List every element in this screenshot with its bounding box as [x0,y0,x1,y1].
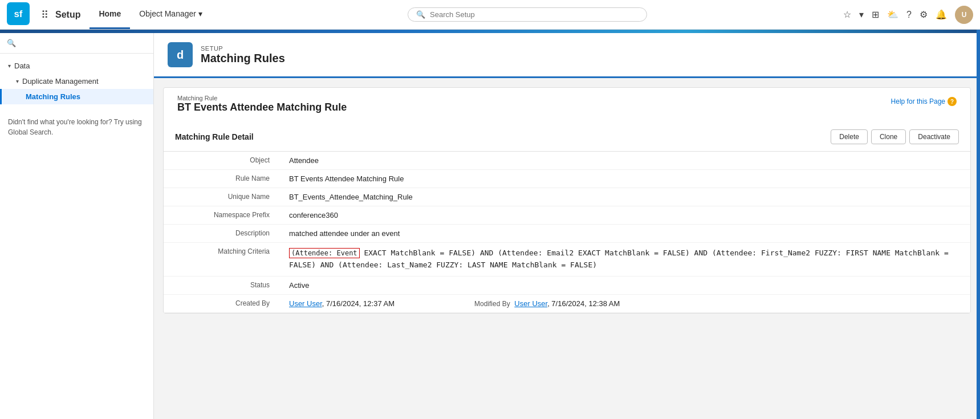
setup-label-small: SETUP [201,45,285,52]
sidebar-item-duplicate-management[interactable]: ▾ Duplicate Management [0,74,153,89]
top-nav-icons: ☆ ▾ ⊞ ⛅ ? ⚙ 🔔 U [843,6,973,24]
salesforce-logo[interactable]: sf [7,2,30,27]
page-title: Matching Rules [201,52,285,65]
help-link-text: Help for this Page [891,97,945,105]
description-value: matched attendee under an event [278,225,970,243]
created-by-value: User User, 7/16/2024, 12:37 AM Modified … [278,295,970,312]
modified-by-label: Modified By [474,300,510,308]
bell-icon[interactable]: 🔔 [936,9,947,20]
gear-icon[interactable]: ⚙ [920,9,928,20]
help-icon: ? [948,97,957,106]
rule-name-value: BT Events Attendee Matching Rule [278,170,970,188]
chevron-down-icon-nav[interactable]: ▾ [859,9,864,20]
setup-label: Setup [55,10,80,20]
modified-by-link[interactable]: User User [514,299,547,308]
sidebar-section-data: ▾ Data ▾ Duplicate Management Matching R… [0,54,153,109]
plus-icon[interactable]: ⊞ [872,9,879,20]
created-by-link[interactable]: User User [289,299,322,308]
detail-page-title: BT Events Attendee Matching Rule [177,101,347,113]
tab-object-manager-label: Object Manager [139,9,196,18]
nav-tabs: Home Object Manager ▾ [90,0,212,29]
sidebar-hint-text: Didn't find what you're looking for? Try… [8,118,142,136]
created-by-label: Created By [164,294,278,312]
unique-name-value: BT_Events_Attendee_Matching_Rule [278,188,970,206]
search-bar: 🔍 [408,7,647,22]
sidebar-search-input[interactable]: Matching RUles [21,39,147,47]
search-container: 🔍 [218,7,836,22]
content-area: d SETUP Matching Rules Matching Rule BT … [154,33,980,419]
table-row-unique-name: Unique Name BT_Events_Attendee_Matching_… [164,188,970,206]
table-row-namespace: Namespace Prefix conference360 [164,206,970,225]
page-icon: d [168,42,193,67]
status-label: Status [164,276,278,294]
top-navigation: sf ⠿ Setup Home Object Manager ▾ 🔍 ☆ ▾ ⊞… [0,0,980,30]
search-icon: 🔍 [416,10,425,19]
modified-by-date: , 7/16/2024, 12:38 AM [547,299,620,308]
page-icon-letter: d [177,48,184,62]
tab-home[interactable]: Home [90,0,130,29]
breadcrumb-label: Matching Rule [177,95,347,101]
question-icon[interactable]: ? [906,10,912,20]
page-header-text: SETUP Matching Rules [201,45,285,65]
criteria-value: (Attendee: Event EXACT MatchBlank = FALS… [278,243,970,276]
unique-name-label: Unique Name [164,188,278,206]
namespace-value: conference360 [278,206,970,225]
sidebar-hint: Didn't find what you're looking for? Try… [0,109,153,145]
breadcrumb-area: Matching Rule BT Events Attendee Matchin… [177,95,347,113]
chevron-down-icon: ▾ [198,9,202,18]
sidebar-search-container: 🔍 Matching RUles [0,33,153,54]
svg-text:sf: sf [14,9,22,19]
cloud-icon[interactable]: ⛅ [887,9,898,20]
main-layout: 🔍 Matching RUles ▾ Data ▾ Duplicate Mana… [0,33,980,419]
sidebar: 🔍 Matching RUles ▾ Data ▾ Duplicate Mana… [0,33,154,419]
description-label: Description [164,225,278,243]
clone-button[interactable]: Clone [871,129,906,144]
created-by-date: , 7/16/2024, 12:37 AM [322,299,395,308]
table-row-status: Status Active [164,276,970,294]
page-header: d SETUP Matching Rules [154,33,980,78]
object-value: Attendee [278,152,970,170]
criteria-highlight: (Attendee: Event [289,248,360,258]
table-row-object: Object Attendee [164,152,970,170]
table-row-criteria: Matching Criteria (Attendee: Event EXACT… [164,243,970,276]
sidebar-item-data[interactable]: ▾ Data [0,58,153,74]
tab-object-manager[interactable]: Object Manager ▾ [130,0,212,29]
search-input[interactable] [430,10,639,19]
sidebar-item-dup-label: Duplicate Management [22,77,99,86]
help-link[interactable]: Help for this Page ? [891,97,957,106]
deactivate-button[interactable]: Deactivate [909,129,959,144]
rule-name-label: Rule Name [164,170,278,188]
sidebar-item-data-label: Data [14,62,30,70]
criteria-label: Matching Criteria [164,243,278,276]
right-stripe [977,30,980,419]
app-grid-icon[interactable]: ⠿ [41,9,48,21]
namespace-label: Namespace Prefix [164,206,278,225]
star-icon[interactable]: ☆ [843,9,851,20]
sidebar-item-matching-label: Matching Rules [26,92,80,101]
table-row-rule-name: Rule Name BT Events Attendee Matching Ru… [164,170,970,188]
created-by-container: User User, 7/16/2024, 12:37 AM [289,299,395,308]
delete-button[interactable]: Delete [831,129,868,144]
modified-by-container: Modified By User User, 7/16/2024, 12:38 … [474,299,620,308]
table-row-description: Description matched attendee under an ev… [164,225,970,243]
chevron-down-icon-data: ▾ [8,63,11,69]
content-panel: Matching Rule BT Events Attendee Matchin… [163,87,971,314]
sidebar-search-icon: 🔍 [7,39,16,47]
chevron-down-icon-dup: ▾ [16,78,19,84]
object-label: Object [164,152,278,170]
panel-title-row: Matching Rule Detail Delete Clone Deacti… [164,123,970,152]
panel-title: Matching Rule Detail [175,132,254,141]
sidebar-item-matching-rules[interactable]: Matching Rules [0,89,153,104]
avatar[interactable]: U [955,6,973,24]
status-value: Active [278,276,970,294]
btn-group: Delete Clone Deactivate [831,129,959,144]
criteria-rest: EXACT MatchBlank = FALSE) AND (Attendee:… [289,249,949,269]
table-row-created: Created By User User, 7/16/2024, 12:37 A… [164,294,970,312]
detail-table: Object Attendee Rule Name BT Events Atte… [164,152,970,313]
